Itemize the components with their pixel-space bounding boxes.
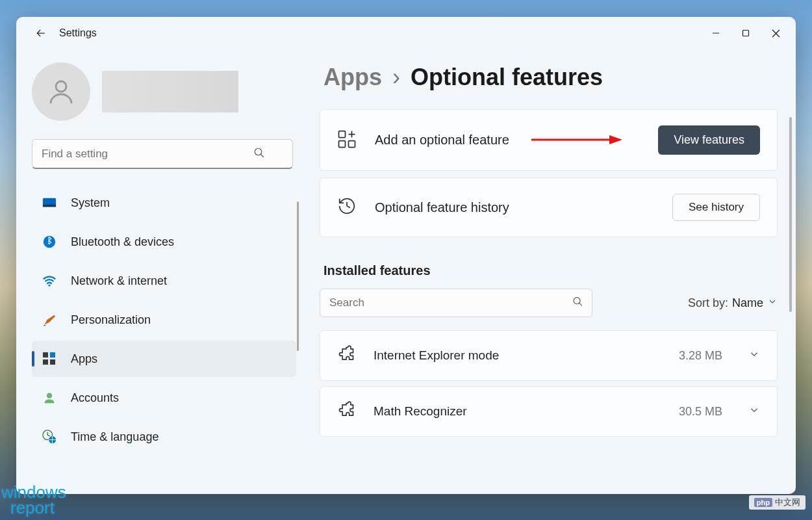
- svg-line-26: [347, 206, 350, 208]
- back-button[interactable]: [28, 20, 54, 46]
- sidebar-item-label: Apps: [71, 352, 97, 366]
- svg-point-4: [56, 81, 66, 92]
- feature-name: Math Recognizer: [374, 404, 661, 419]
- window-body: System Bluetooth & devices Network & int…: [16, 49, 796, 494]
- close-icon: [772, 29, 780, 38]
- sort-label: Sort by:: [688, 296, 728, 310]
- sidebar-item-label: Accounts: [71, 391, 119, 405]
- svg-point-10: [49, 285, 51, 287]
- sidebar-item-label: Network & internet: [71, 274, 167, 288]
- accounts-icon: [42, 391, 57, 405]
- search-sort-row: Sort by: Name: [320, 289, 778, 317]
- svg-rect-8: [43, 205, 56, 207]
- sidebar-item-label: Personalization: [71, 313, 151, 327]
- profile-name-redacted: [102, 71, 238, 112]
- main-scrollbar[interactable]: [789, 117, 792, 312]
- arrow-left-icon: [34, 27, 47, 40]
- maximize-icon: [742, 29, 750, 37]
- wifi-icon: [42, 274, 57, 288]
- sidebar-item-personalization[interactable]: Personalization: [32, 302, 296, 338]
- sidebar-item-system[interactable]: System: [32, 185, 296, 221]
- installed-features-heading: Installed features: [324, 263, 778, 278]
- titlebar: Settings: [16, 17, 796, 49]
- minimize-icon: [712, 29, 720, 37]
- history-icon: [337, 196, 357, 218]
- avatar: [32, 62, 90, 121]
- clock-globe-icon: [42, 430, 57, 444]
- history-label: Optional feature history: [375, 200, 654, 215]
- svg-rect-14: [50, 359, 55, 365]
- sidebar-item-label: Time & language: [71, 430, 159, 444]
- search-input[interactable]: [32, 139, 293, 169]
- chevron-right-icon: ›: [392, 64, 400, 91]
- apps-icon: [42, 352, 57, 366]
- breadcrumb-parent[interactable]: Apps: [324, 64, 382, 91]
- sort-dropdown[interactable]: Sort by: Name: [688, 296, 778, 310]
- svg-rect-12: [50, 352, 55, 358]
- breadcrumb-current: Optional features: [411, 64, 603, 91]
- svg-rect-19: [339, 140, 346, 147]
- window-title: Settings: [59, 27, 97, 39]
- person-icon: [45, 76, 77, 107]
- svg-rect-18: [339, 131, 346, 137]
- watermark-windows-report: windows report: [1, 484, 66, 516]
- main-content: Apps › Optional features Add an optional…: [312, 49, 796, 494]
- nav-list: System Bluetooth & devices Network & int…: [32, 185, 296, 455]
- chevron-down-icon: [748, 348, 760, 363]
- feature-size: 30.5 MB: [679, 405, 722, 419]
- add-tiles-icon: [337, 129, 357, 151]
- profile-section[interactable]: [32, 62, 296, 121]
- maximize-button[interactable]: [731, 22, 761, 44]
- window-controls: [701, 22, 791, 44]
- feature-size: 3.28 MB: [679, 349, 722, 363]
- feature-search-input[interactable]: [320, 289, 592, 317]
- feature-search-container: [320, 289, 592, 317]
- feature-item[interactable]: Math Recognizer 30.5 MB: [320, 386, 778, 437]
- watermark-php: php 中文网: [749, 495, 806, 510]
- chevron-down-icon: [767, 296, 778, 310]
- sidebar-item-accounts[interactable]: Accounts: [32, 380, 296, 416]
- chevron-down-icon: [748, 404, 760, 419]
- add-feature-card: Add an optional feature View features: [320, 109, 778, 171]
- settings-window: Settings: [16, 17, 796, 494]
- view-features-button[interactable]: View features: [658, 125, 760, 155]
- svg-rect-13: [43, 359, 48, 365]
- history-card: Optional feature history See history: [320, 177, 778, 237]
- sidebar-item-label: System: [71, 196, 110, 210]
- breadcrumb: Apps › Optional features: [324, 64, 778, 91]
- svg-point-15: [47, 393, 52, 398]
- svg-rect-11: [43, 352, 48, 358]
- bluetooth-icon: [42, 235, 57, 249]
- sidebar-item-apps[interactable]: Apps: [32, 341, 296, 377]
- feature-name: Internet Explorer mode: [374, 348, 661, 363]
- puzzle-icon: [337, 345, 355, 366]
- search-container: [32, 139, 296, 169]
- svg-rect-20: [349, 140, 355, 147]
- puzzle-icon: [337, 401, 355, 422]
- sidebar-item-label: Bluetooth & devices: [71, 235, 174, 249]
- sidebar-scrollbar[interactable]: [297, 202, 299, 351]
- sort-value: Name: [732, 296, 763, 310]
- sidebar-item-time-language[interactable]: Time & language: [32, 419, 296, 455]
- paintbrush-icon: [42, 313, 57, 327]
- add-feature-label: Add an optional feature: [375, 133, 640, 148]
- see-history-button[interactable]: See history: [672, 194, 760, 221]
- system-icon: [42, 196, 57, 210]
- minimize-button[interactable]: [701, 22, 731, 44]
- sidebar: System Bluetooth & devices Network & int…: [16, 49, 312, 494]
- close-button[interactable]: [761, 22, 791, 44]
- sidebar-item-network[interactable]: Network & internet: [32, 263, 296, 299]
- svg-rect-1: [743, 31, 749, 36]
- php-badge-icon: php: [754, 498, 772, 507]
- feature-item[interactable]: Internet Explorer mode 3.28 MB: [320, 330, 778, 381]
- sidebar-item-bluetooth[interactable]: Bluetooth & devices: [32, 224, 296, 260]
